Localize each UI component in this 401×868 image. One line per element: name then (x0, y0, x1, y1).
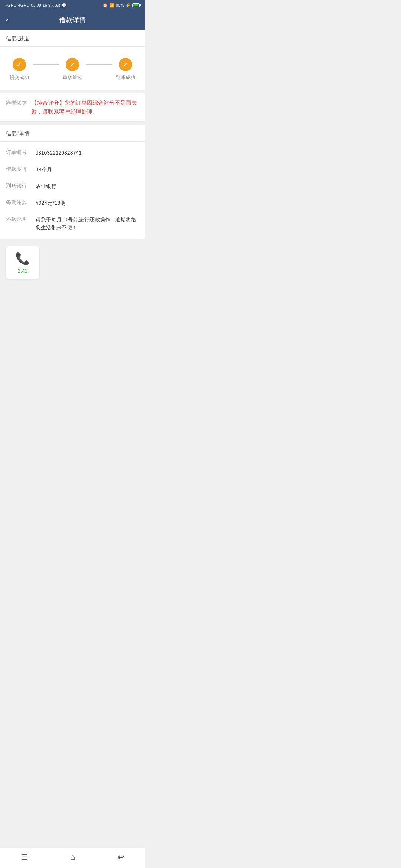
step-2-circle: ✓ (66, 58, 79, 71)
step-2: ✓ 审核通过 (59, 58, 86, 81)
status-right: ⏰ 📶 90% ⚡ (102, 3, 140, 8)
detail-key-order: 订单编号 (6, 149, 36, 156)
warning-label: 温馨提示 (6, 98, 27, 116)
time: 03:08 (31, 3, 41, 7)
detail-row-note: 还款说明 请您于每月10号前,进行还款操作，逾期将给您生活带来不便！ (0, 211, 145, 236)
detail-row-term: 借款期限 18个月 (0, 161, 145, 178)
battery-percent: 90% (116, 3, 124, 7)
detail-value-bank: 农业银行 (36, 183, 139, 190)
step-3: ✓ 到账成功 (112, 58, 139, 81)
loan-detail-title: 借款详情 (0, 125, 145, 142)
progress-title: 借款进度 (0, 30, 145, 47)
step-1-label: 提交成功 (10, 74, 29, 81)
warning-section: 温馨提示 【综合评分】您的订单因综合评分不足而失败，请联系客户经理处理。 (0, 93, 145, 122)
speed: 16.9 KB/s (43, 3, 61, 7)
header: ‹ 借款详情 (0, 10, 145, 30)
network-type-2: 4GHD (18, 3, 30, 7)
phone-call-widget[interactable]: 📞 2:42 (6, 246, 39, 279)
step-3-circle: ✓ (119, 58, 132, 71)
gray-background: 📞 2:42 (0, 246, 145, 320)
progress-section: 借款进度 ✓ 提交成功 ✓ 审核通过 ✓ 到账成功 (0, 30, 145, 90)
detail-value-note: 请您于每月10号前,进行还款操作，逾期将给您生活带来不便！ (36, 216, 139, 231)
step-1-circle: ✓ (13, 58, 26, 71)
phone-icon: 📞 (15, 251, 30, 266)
battery-icon (132, 3, 140, 7)
step-line-2 (86, 64, 113, 65)
detail-value-repayment: ¥924元*18期 (36, 199, 139, 207)
status-left: 4GHD 4GHD 03:08 16.9 KB/s 💬 (5, 3, 67, 8)
loan-detail-section: 借款详情 订单编号 J310322129828741 借款期限 18个月 到账银… (0, 125, 145, 239)
detail-row-bank: 到账银行 农业银行 (0, 178, 145, 195)
page-title: 借款详情 (6, 16, 139, 24)
flash-icon: ⚡ (125, 3, 131, 8)
detail-value-term: 18个月 (36, 166, 139, 174)
step-2-label: 审核通过 (63, 74, 82, 81)
detail-key-bank: 到账银行 (6, 183, 36, 189)
status-bar: 4GHD 4GHD 03:08 16.9 KB/s 💬 ⏰ 📶 90% ⚡ (0, 0, 145, 10)
alarm-icon: ⏰ (102, 3, 108, 8)
progress-container: ✓ 提交成功 ✓ 审核通过 ✓ 到账成功 (0, 47, 145, 90)
detail-row-repayment: 每期还款 ¥924元*18期 (0, 195, 145, 211)
step-1: ✓ 提交成功 (6, 58, 33, 81)
step-line-1 (33, 64, 59, 65)
detail-value-order: J310322129828741 (36, 149, 139, 157)
detail-key-note: 还款说明 (6, 216, 36, 223)
wechat-icon: 💬 (62, 3, 67, 8)
back-button[interactable]: ‹ (6, 16, 9, 24)
detail-row-order: 订单编号 J310322129828741 (0, 145, 145, 161)
wifi-icon: 📶 (109, 3, 114, 8)
step-3-label: 到账成功 (116, 74, 135, 81)
detail-rows: 订单编号 J310322129828741 借款期限 18个月 到账银行 农业银… (0, 142, 145, 239)
main-content: 借款进度 ✓ 提交成功 ✓ 审核通过 ✓ 到账成功 温馨提示 (0, 30, 145, 350)
warning-text: 【综合评分】您的订单因综合评分不足而失败，请联系客户经理处理。 (31, 98, 139, 116)
detail-key-repayment: 每期还款 (6, 199, 36, 206)
call-duration: 2:42 (17, 268, 27, 274)
detail-key-term: 借款期限 (6, 166, 36, 172)
steps-row: ✓ 提交成功 ✓ 审核通过 ✓ 到账成功 (6, 58, 139, 81)
network-type-1: 4GHD (5, 3, 17, 7)
